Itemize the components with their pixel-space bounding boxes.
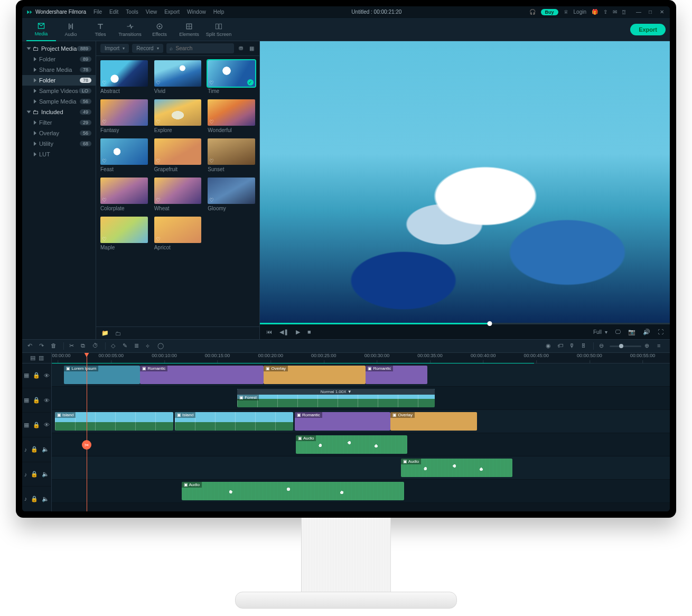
user-icon[interactable]: ⍰ (622, 9, 625, 15)
clip[interactable]: ▣ Overlay (390, 412, 477, 431)
media-thumb[interactable]: ♡Apricot (154, 217, 202, 250)
filter-icon[interactable]: ⛃ (237, 45, 245, 51)
mode-elements[interactable]: Elements (174, 18, 204, 41)
quality-dropdown[interactable]: Full ▾ (593, 329, 607, 335)
track-header[interactable]: ▦🔒👁 (22, 363, 51, 388)
maximize-button[interactable]: □ (647, 9, 654, 15)
sidebar-item[interactable]: Sample Media56 (22, 96, 96, 107)
eye-icon[interactable]: 👁 (44, 397, 50, 404)
thumb-image[interactable]: ♡ (154, 178, 202, 204)
track[interactable]: ▣ Lorem Ipsum▣ Romantic▣ Overlay▣ Romant… (52, 363, 670, 387)
menu-file[interactable]: File (93, 9, 102, 15)
sidebar-item[interactable]: Share Media78 (22, 64, 96, 75)
lock-icon[interactable]: 🔒 (31, 471, 38, 478)
lock-icon[interactable]: 🔒 (31, 496, 38, 502)
render-icon[interactable]: ◉ (546, 342, 553, 350)
timeline-canvas[interactable]: 00:00:00:0000:00:05:0000:00:10:0000:00:1… (52, 353, 670, 511)
mode-titles[interactable]: Titles (86, 18, 115, 41)
play-button[interactable]: ▶ (296, 329, 300, 335)
thumb-image[interactable]: ♡ (100, 99, 148, 126)
zoom-out-icon[interactable]: ⊖ (599, 342, 606, 350)
thumb-image[interactable]: ♡ (100, 60, 148, 87)
track[interactable]: ▣ Audio (52, 456, 670, 480)
lock-icon[interactable]: 🔒 (33, 397, 40, 404)
track-header[interactable]: ♪🔒🔈 (22, 462, 51, 487)
menu-view[interactable]: View (146, 9, 157, 15)
crop-button[interactable]: ⧉ (81, 342, 88, 350)
media-thumb[interactable]: ♡Vivid (154, 60, 202, 94)
sidebar-item[interactable]: Sample VideosLO (22, 86, 96, 96)
heart-icon[interactable]: ♡ (156, 236, 161, 242)
thumb-image[interactable]: ♡ (154, 217, 202, 243)
upload-icon[interactable]: ⇪ (603, 9, 607, 15)
lock-icon[interactable]: 🔒 (33, 372, 40, 379)
thumb-image[interactable]: ♡ (208, 99, 255, 126)
keyframe-icon[interactable]: ⟡ (146, 342, 153, 350)
grid-view-icon[interactable]: ▦ (248, 45, 255, 51)
track[interactable]: ▣ Audio (52, 433, 670, 456)
adjust-icon[interactable]: ≣ (134, 342, 142, 350)
preview-scrub-knob[interactable] (487, 321, 492, 326)
heart-icon[interactable]: ♡ (156, 80, 161, 86)
sidebar-item[interactable]: LUT (22, 149, 96, 160)
heart-icon[interactable]: ♡ (156, 158, 161, 164)
mic-icon[interactable]: 🎙 (569, 342, 576, 350)
gift-icon[interactable]: 🎁 (592, 9, 598, 15)
menu-tools[interactable]: Tools (126, 9, 138, 15)
track-header[interactable]: ▦🔒👁 (22, 388, 51, 413)
clip[interactable]: ▣ Romantic (140, 366, 264, 384)
media-thumb[interactable]: ♡Gloomy (208, 178, 255, 211)
minimize-button[interactable]: — (635, 9, 642, 15)
search-input[interactable] (175, 45, 231, 52)
volume-icon[interactable]: 🔊 (643, 329, 650, 335)
sidebar-group[interactable]: 🗀 Project Media889 (22, 43, 96, 54)
clip[interactable]: ▣ Island (55, 412, 174, 431)
sidebar-group[interactable]: 🗀 Included49 (22, 107, 96, 117)
snapshot-icon[interactable]: 📷 (628, 329, 635, 335)
clip[interactable]: Normal 1.00X ▼▣ Forest (237, 389, 435, 407)
import-dropdown[interactable]: Import▾ (100, 44, 129, 53)
heart-icon[interactable]: ♡ (102, 236, 107, 242)
heart-icon[interactable]: ♡ (209, 119, 214, 125)
clip[interactable]: ▣ Overlay (264, 366, 366, 384)
time-ruler[interactable]: 00:00:00:0000:00:05:0000:00:10:0000:00:1… (52, 353, 670, 363)
menu-edit[interactable]: Edit (109, 9, 118, 15)
undo-button[interactable]: ↶ (27, 342, 35, 350)
close-button[interactable]: ✕ (658, 9, 666, 15)
mode-transitions[interactable]: Transitions (115, 18, 145, 41)
mute-icon[interactable]: 🔈 (42, 496, 49, 502)
clip[interactable]: ▣ Island (175, 412, 294, 431)
headset-icon[interactable]: 🎧 (529, 9, 536, 15)
track-add-icon[interactable]: ▥ (39, 354, 44, 361)
mode-audio[interactable]: Audio (56, 18, 86, 41)
zoom-slider[interactable] (610, 346, 641, 347)
buy-button[interactable]: Buy (541, 9, 558, 15)
mode-split[interactable]: Split Screen (204, 18, 233, 41)
media-thumb[interactable]: ♡Wheat (154, 178, 202, 211)
playhead[interactable] (87, 353, 87, 511)
menu-export[interactable]: Export (164, 9, 180, 15)
marker-icon[interactable]: ◇ (111, 342, 118, 350)
mail-icon[interactable]: ✉ (613, 9, 617, 15)
media-thumb[interactable]: ♡Explore (154, 99, 202, 133)
login-link[interactable]: Login (574, 9, 586, 15)
new-folder-plus-icon[interactable]: 🗀 (115, 330, 121, 337)
menu-window[interactable]: Window (187, 9, 206, 15)
color-icon[interactable]: ◯ (157, 342, 165, 350)
mute-icon[interactable]: 🔈 (42, 446, 49, 453)
crown-icon[interactable]: ♕ (564, 9, 568, 15)
clip[interactable]: ▣ Romantic (366, 366, 427, 384)
tag-icon[interactable]: 🏷 (557, 342, 565, 350)
thumb-image[interactable]: ♡ (100, 178, 148, 204)
track-header[interactable]: ♪🔒🔈 (22, 437, 51, 462)
eye-icon[interactable]: 👁 (44, 372, 50, 379)
step-back-button[interactable]: ◀❚ (279, 329, 288, 335)
track-header[interactable]: ▦🔒👁 (22, 413, 51, 437)
heart-icon[interactable]: ♡ (209, 80, 214, 86)
prev-frame-button[interactable]: ⏮ (266, 329, 272, 335)
heart-icon[interactable]: ♡ (102, 158, 107, 164)
zoom-control[interactable]: ⊖ ⊕ (599, 342, 652, 350)
thumb-image[interactable]: ♡ (154, 138, 202, 165)
track-header[interactable]: ♪🔒🔈 (22, 487, 51, 511)
thumb-image[interactable]: ♡ (154, 60, 202, 87)
